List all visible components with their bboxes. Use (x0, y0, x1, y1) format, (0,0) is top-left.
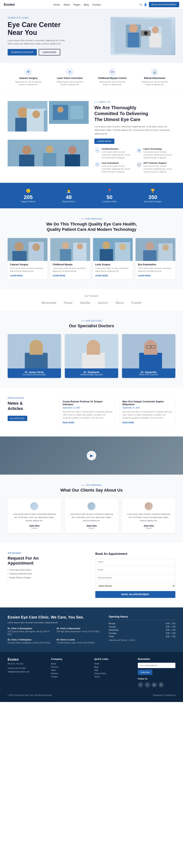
play-button[interactable]: ▶ (87, 451, 96, 460)
svg-rect-22 (19, 155, 34, 166)
newsletter-input[interactable] (138, 663, 176, 668)
about-images (8, 101, 89, 173)
footer-quicklink-terms[interactable]: Terms (94, 676, 132, 678)
footer-credits: Designed by ThemeForest (153, 694, 175, 696)
partner-logo-1: Pazza (64, 301, 72, 305)
retinal-name: Retinal Detachment (144, 77, 165, 80)
hours-row-4: Friday 9:00 – 7:00 (109, 636, 175, 638)
retinal-icon: 🔬 (151, 68, 158, 76)
newsletter-subscribe-button[interactable]: Subscribe (138, 670, 153, 675)
svg-rect-57 (139, 353, 162, 368)
article-read-btn-1[interactable]: READ MORE (122, 422, 134, 424)
service-card-btn-3[interactable]: LEARN MORE (138, 275, 151, 277)
footer-link-team[interactable]: Team (51, 669, 89, 671)
feature-support-name: 24/7 Customer Support (144, 162, 176, 164)
facebook-icon[interactable]: f (138, 682, 143, 687)
about-learn-more-button[interactable]: LEARN MORE (94, 138, 114, 144)
nav-pages[interactable]: Pages (73, 3, 81, 6)
locations-icon: 📍 (102, 188, 117, 193)
hero-primary-button[interactable]: SCHEDULE CHECKUP (8, 49, 37, 56)
hero-buttons: SCHEDULE CHECKUP LEARN MORE (8, 49, 92, 56)
clinic-name-1: 02. Clinic in Manchester (57, 627, 103, 629)
nav-about[interactable]: About (63, 3, 70, 6)
linkedin-icon[interactable]: li (158, 682, 164, 687)
service-card-btn-2[interactable]: LEARN MORE (95, 275, 108, 277)
news-all-articles-button[interactable]: ALL ARTICLES (8, 416, 27, 421)
svg-point-41 (119, 243, 126, 250)
svg-rect-26 (65, 154, 80, 166)
hours-day-0: Monday (109, 622, 116, 625)
testimonial-name-1: John Doe (69, 525, 114, 527)
svg-point-28 (14, 242, 24, 251)
footer: Essien We Care, You See. +44 (0) 178 473… (0, 652, 183, 702)
appointment-phone-input[interactable] (95, 575, 175, 581)
feature-cure-text: Cure Guaranteed Lorem ipsum dolor sit am… (101, 162, 134, 173)
support-icon: 💬 (136, 162, 142, 167)
article-title-0: Curae Rutrum Pulvinar Ut Tempor Interdum (63, 400, 113, 406)
footer-quicklink-faq[interactable]: FAQ (94, 669, 132, 671)
doctors-section: OUR DOCTORS Our Specialist Doctors Dr. J… (0, 310, 183, 388)
doctor-info-1: Dr. Stephanie Ophthalmologist Specialist (65, 368, 118, 378)
footer-quicklink-home[interactable]: Home (94, 663, 132, 665)
clinic-2: 03. Clinic in Nottingham 55 South Street… (8, 639, 54, 644)
twitter-icon[interactable]: t (145, 682, 150, 687)
appointment-email-input[interactable] (95, 567, 175, 573)
clinic-addr-3: 27 North Street, Leeds +44 (0) 178 473 8… (57, 641, 103, 644)
laser-icon: ✦ (66, 68, 73, 76)
footer-link-partners[interactable]: Partners (51, 673, 89, 675)
form-title: Book An Appointment (95, 552, 175, 556)
services-grid: Cataract Surgery Lorem ipsum dolor sit a… (8, 238, 175, 279)
hours-time-4: 9:00 – 7:00 (166, 636, 175, 638)
appt-list-item-1: Vivamus Euismod Tortor (8, 572, 88, 575)
hours-row-2: Wednesday 9:00 – 7:00 (109, 629, 175, 631)
myopia-svg (50, 238, 90, 261)
footer-link-contact[interactable]: Contact (51, 676, 89, 678)
nav-logo[interactable]: Essien (4, 3, 15, 7)
footer-logo[interactable]: Essien (8, 658, 45, 661)
nav-blog[interactable]: Blog (84, 3, 89, 6)
feature-technology-name: Latest Technology (144, 148, 176, 150)
laser-desc: Adipiscing elit, sed do eiusmod tempor u… (56, 81, 83, 86)
footer-clinics: 01. Clinic in Birmingham 110 Colmore Str… (8, 627, 103, 644)
service-card-body-lasik: Lasik Surgery Lorem ipsum dolor sit amet… (93, 261, 133, 279)
nav-appointment-button[interactable]: BOOK AN APPOINTMENT (149, 2, 179, 7)
news-tag: FROM OUR BLOG (8, 397, 54, 399)
footer-top: Essien We Care, You See. +44 (0) 178 473… (8, 658, 175, 687)
services-strip: 👁 Cataract Surgery Adipiscing elit, sed … (0, 63, 183, 92)
about-image-1 (8, 101, 48, 131)
hero-img-placeholder (111, 17, 175, 55)
article-read-btn-0[interactable]: READ MORE (63, 422, 74, 424)
appointment-service-select[interactable]: Select Service Cataract Surgery Laser Vi… (95, 583, 175, 589)
doctors-icon: 👨‍⚕️ (62, 188, 75, 193)
service-card-btn-1[interactable]: LEARN MORE (53, 275, 65, 277)
testimonial-card-0: Lorem ipsum dolor sit amet, consectetur … (8, 498, 61, 533)
stat-locations-label: Locations Clinic (102, 200, 117, 203)
appointment-submit-button[interactable]: BOOK AN APPOINTMENT (95, 591, 175, 598)
footer-link-services[interactable]: Services (51, 666, 89, 668)
hours-time-1: 9:00 – 7:00 (166, 626, 175, 628)
footer-quicklink-blog[interactable]: Blog (94, 666, 132, 668)
footer-quicklink-privacy[interactable]: Privacy Policy (94, 673, 132, 675)
testimonials-title: What Our Clients Say About Us (8, 488, 175, 493)
footer-link-about[interactable]: About (51, 663, 89, 665)
instagram-icon[interactable]: in (152, 682, 157, 687)
doctor-info-2: Dr. Samantha Retina VDR Practioner (122, 368, 175, 378)
feature-cure-desc: Lorem ipsum dolor sit amet, consectetur … (101, 165, 134, 173)
clinic-addr-1: 204 High Street, Manchester +44 (0) 178 … (57, 630, 103, 633)
feature-cure-name: Cure Guaranteed (101, 162, 134, 164)
stat-surgeries: 🏆 350 Successful Surgery (144, 188, 162, 203)
hours-time-0: 9:00 – 7:00 (166, 622, 175, 625)
stat-doctors: 👨‍⚕️ 48 Expert Doctor (62, 188, 75, 203)
testimonial-avatar-0 (30, 502, 38, 510)
nav-contact[interactable]: Contact (92, 3, 101, 6)
service-card-btn-0[interactable]: LEARN MORE (10, 275, 23, 277)
search-icon[interactable]: 🔍 (139, 3, 143, 6)
partners-logos: Benemata Pazza Aquilia Azzurri Bizca Fon… (8, 301, 175, 305)
appointment-list: Front Spot Tortor Risus Vivamus Euismod … (8, 569, 88, 579)
appointment-name-input[interactable] (95, 559, 175, 565)
nav-home[interactable]: Home (53, 3, 60, 6)
hero-secondary-button[interactable]: LEARN MORE (39, 49, 60, 56)
user-icon[interactable]: 👤 (144, 3, 147, 6)
doctors-tag: OUR DOCTORS (8, 320, 175, 322)
footer-links-company: About Services Team Partners Contact (51, 663, 89, 678)
